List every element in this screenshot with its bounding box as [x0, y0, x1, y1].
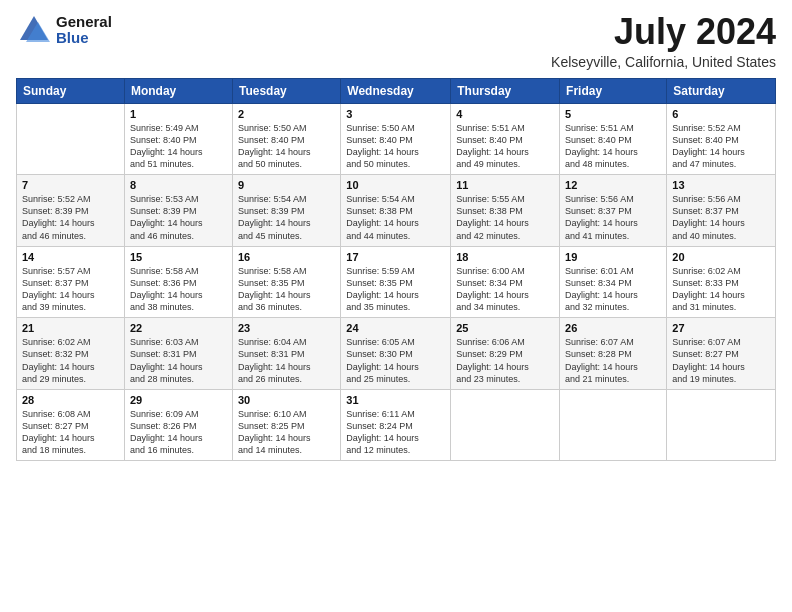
- day-info: Sunrise: 5:58 AM Sunset: 8:36 PM Dayligh…: [130, 265, 227, 314]
- day-info: Sunrise: 5:49 AM Sunset: 8:40 PM Dayligh…: [130, 122, 227, 171]
- table-row: 9Sunrise: 5:54 AM Sunset: 8:39 PM Daylig…: [232, 175, 340, 247]
- day-info: Sunrise: 5:56 AM Sunset: 8:37 PM Dayligh…: [565, 193, 661, 242]
- table-row: 24Sunrise: 6:05 AM Sunset: 8:30 PM Dayli…: [341, 318, 451, 390]
- day-info: Sunrise: 5:55 AM Sunset: 8:38 PM Dayligh…: [456, 193, 554, 242]
- day-number: 3: [346, 108, 445, 120]
- day-number: 14: [22, 251, 119, 263]
- table-row: [451, 389, 560, 461]
- day-number: 8: [130, 179, 227, 191]
- day-number: 21: [22, 322, 119, 334]
- subtitle: Kelseyville, California, United States: [551, 54, 776, 70]
- day-info: Sunrise: 6:05 AM Sunset: 8:30 PM Dayligh…: [346, 336, 445, 385]
- day-number: 26: [565, 322, 661, 334]
- day-info: Sunrise: 5:57 AM Sunset: 8:37 PM Dayligh…: [22, 265, 119, 314]
- day-info: Sunrise: 6:07 AM Sunset: 8:28 PM Dayligh…: [565, 336, 661, 385]
- day-info: Sunrise: 5:53 AM Sunset: 8:39 PM Dayligh…: [130, 193, 227, 242]
- table-row: 1Sunrise: 5:49 AM Sunset: 8:40 PM Daylig…: [124, 103, 232, 175]
- logo: General Blue: [16, 12, 112, 48]
- day-number: 19: [565, 251, 661, 263]
- day-info: Sunrise: 6:03 AM Sunset: 8:31 PM Dayligh…: [130, 336, 227, 385]
- day-number: 1: [130, 108, 227, 120]
- table-row: [560, 389, 667, 461]
- day-number: 7: [22, 179, 119, 191]
- table-row: 28Sunrise: 6:08 AM Sunset: 8:27 PM Dayli…: [17, 389, 125, 461]
- day-info: Sunrise: 5:51 AM Sunset: 8:40 PM Dayligh…: [565, 122, 661, 171]
- day-number: 23: [238, 322, 335, 334]
- day-info: Sunrise: 6:02 AM Sunset: 8:33 PM Dayligh…: [672, 265, 770, 314]
- header-tuesday: Tuesday: [232, 78, 340, 103]
- day-number: 29: [130, 394, 227, 406]
- table-row: 10Sunrise: 5:54 AM Sunset: 8:38 PM Dayli…: [341, 175, 451, 247]
- day-info: Sunrise: 5:50 AM Sunset: 8:40 PM Dayligh…: [238, 122, 335, 171]
- calendar: Sunday Monday Tuesday Wednesday Thursday…: [16, 78, 776, 462]
- table-row: 19Sunrise: 6:01 AM Sunset: 8:34 PM Dayli…: [560, 246, 667, 318]
- table-row: 14Sunrise: 5:57 AM Sunset: 8:37 PM Dayli…: [17, 246, 125, 318]
- day-number: 9: [238, 179, 335, 191]
- header-saturday: Saturday: [667, 78, 776, 103]
- day-number: 16: [238, 251, 335, 263]
- calendar-week-5: 28Sunrise: 6:08 AM Sunset: 8:27 PM Dayli…: [17, 389, 776, 461]
- day-number: 10: [346, 179, 445, 191]
- calendar-week-4: 21Sunrise: 6:02 AM Sunset: 8:32 PM Dayli…: [17, 318, 776, 390]
- day-number: 12: [565, 179, 661, 191]
- table-row: 22Sunrise: 6:03 AM Sunset: 8:31 PM Dayli…: [124, 318, 232, 390]
- day-info: Sunrise: 6:06 AM Sunset: 8:29 PM Dayligh…: [456, 336, 554, 385]
- page: General Blue July 2024 Kelseyville, Cali…: [0, 0, 792, 612]
- day-info: Sunrise: 5:54 AM Sunset: 8:38 PM Dayligh…: [346, 193, 445, 242]
- logo-general: General: [56, 14, 112, 31]
- day-number: 17: [346, 251, 445, 263]
- table-row: 23Sunrise: 6:04 AM Sunset: 8:31 PM Dayli…: [232, 318, 340, 390]
- table-row: 3Sunrise: 5:50 AM Sunset: 8:40 PM Daylig…: [341, 103, 451, 175]
- header-thursday: Thursday: [451, 78, 560, 103]
- main-title: July 2024: [551, 12, 776, 52]
- table-row: 31Sunrise: 6:11 AM Sunset: 8:24 PM Dayli…: [341, 389, 451, 461]
- table-row: 26Sunrise: 6:07 AM Sunset: 8:28 PM Dayli…: [560, 318, 667, 390]
- logo-text: General Blue: [56, 14, 112, 47]
- day-info: Sunrise: 5:59 AM Sunset: 8:35 PM Dayligh…: [346, 265, 445, 314]
- day-number: 31: [346, 394, 445, 406]
- table-row: 29Sunrise: 6:09 AM Sunset: 8:26 PM Dayli…: [124, 389, 232, 461]
- table-row: 2Sunrise: 5:50 AM Sunset: 8:40 PM Daylig…: [232, 103, 340, 175]
- table-row: [667, 389, 776, 461]
- header-friday: Friday: [560, 78, 667, 103]
- day-info: Sunrise: 5:50 AM Sunset: 8:40 PM Dayligh…: [346, 122, 445, 171]
- table-row: 20Sunrise: 6:02 AM Sunset: 8:33 PM Dayli…: [667, 246, 776, 318]
- day-number: 6: [672, 108, 770, 120]
- table-row: 15Sunrise: 5:58 AM Sunset: 8:36 PM Dayli…: [124, 246, 232, 318]
- table-row: 6Sunrise: 5:52 AM Sunset: 8:40 PM Daylig…: [667, 103, 776, 175]
- table-row: 30Sunrise: 6:10 AM Sunset: 8:25 PM Dayli…: [232, 389, 340, 461]
- day-number: 2: [238, 108, 335, 120]
- day-info: Sunrise: 6:00 AM Sunset: 8:34 PM Dayligh…: [456, 265, 554, 314]
- day-number: 25: [456, 322, 554, 334]
- table-row: [17, 103, 125, 175]
- day-info: Sunrise: 6:11 AM Sunset: 8:24 PM Dayligh…: [346, 408, 445, 457]
- table-row: 11Sunrise: 5:55 AM Sunset: 8:38 PM Dayli…: [451, 175, 560, 247]
- table-row: 21Sunrise: 6:02 AM Sunset: 8:32 PM Dayli…: [17, 318, 125, 390]
- calendar-week-2: 7Sunrise: 5:52 AM Sunset: 8:39 PM Daylig…: [17, 175, 776, 247]
- table-row: 13Sunrise: 5:56 AM Sunset: 8:37 PM Dayli…: [667, 175, 776, 247]
- calendar-week-1: 1Sunrise: 5:49 AM Sunset: 8:40 PM Daylig…: [17, 103, 776, 175]
- day-info: Sunrise: 6:07 AM Sunset: 8:27 PM Dayligh…: [672, 336, 770, 385]
- day-number: 15: [130, 251, 227, 263]
- table-row: 18Sunrise: 6:00 AM Sunset: 8:34 PM Dayli…: [451, 246, 560, 318]
- day-info: Sunrise: 5:52 AM Sunset: 8:39 PM Dayligh…: [22, 193, 119, 242]
- table-row: 5Sunrise: 5:51 AM Sunset: 8:40 PM Daylig…: [560, 103, 667, 175]
- header: General Blue July 2024 Kelseyville, Cali…: [16, 12, 776, 70]
- day-number: 30: [238, 394, 335, 406]
- day-info: Sunrise: 6:08 AM Sunset: 8:27 PM Dayligh…: [22, 408, 119, 457]
- table-row: 7Sunrise: 5:52 AM Sunset: 8:39 PM Daylig…: [17, 175, 125, 247]
- day-info: Sunrise: 5:58 AM Sunset: 8:35 PM Dayligh…: [238, 265, 335, 314]
- header-wednesday: Wednesday: [341, 78, 451, 103]
- day-number: 22: [130, 322, 227, 334]
- weekday-header-row: Sunday Monday Tuesday Wednesday Thursday…: [17, 78, 776, 103]
- day-number: 5: [565, 108, 661, 120]
- day-info: Sunrise: 6:04 AM Sunset: 8:31 PM Dayligh…: [238, 336, 335, 385]
- day-number: 4: [456, 108, 554, 120]
- table-row: 4Sunrise: 5:51 AM Sunset: 8:40 PM Daylig…: [451, 103, 560, 175]
- day-number: 27: [672, 322, 770, 334]
- day-number: 18: [456, 251, 554, 263]
- day-info: Sunrise: 6:09 AM Sunset: 8:26 PM Dayligh…: [130, 408, 227, 457]
- calendar-week-3: 14Sunrise: 5:57 AM Sunset: 8:37 PM Dayli…: [17, 246, 776, 318]
- header-sunday: Sunday: [17, 78, 125, 103]
- day-info: Sunrise: 5:54 AM Sunset: 8:39 PM Dayligh…: [238, 193, 335, 242]
